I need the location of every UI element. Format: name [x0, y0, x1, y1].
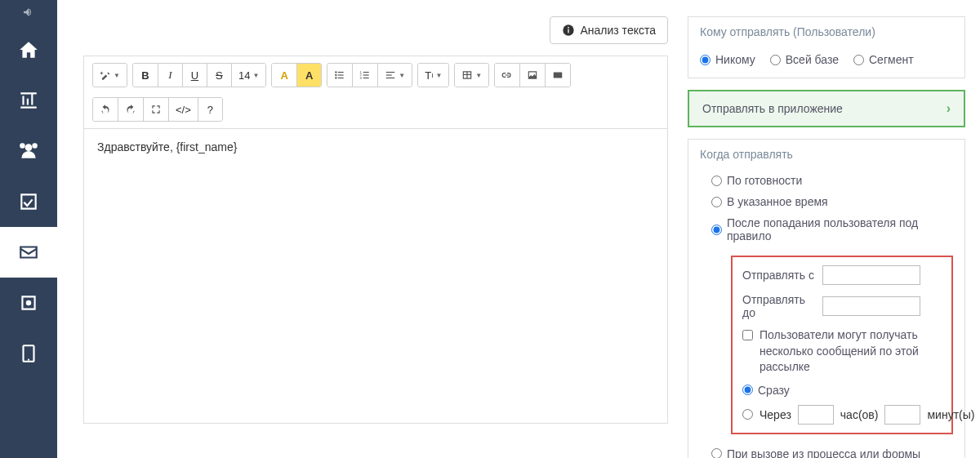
fullscreen-icon[interactable]: [143, 98, 168, 121]
info-icon: [562, 24, 575, 37]
nav-users-icon[interactable]: [0, 126, 57, 176]
rich-text-editor: ▼ B I U S 14▼ A A 123 ▼: [83, 56, 668, 424]
help-button[interactable]: ?: [198, 98, 222, 121]
editor-toolbar: ▼ B I U S 14▼ A A 123 ▼: [84, 56, 667, 129]
delay-hours-input[interactable]: [798, 405, 834, 425]
delay-minutes-input[interactable]: [884, 405, 920, 425]
strike-button[interactable]: S: [207, 64, 231, 87]
svg-rect-4: [338, 72, 344, 73]
send-from-label: Отправлять с: [742, 269, 816, 282]
svg-text:3: 3: [360, 76, 363, 80]
chevron-right-icon: ›: [947, 101, 951, 116]
nav-home-icon[interactable]: [0, 24, 57, 75]
svg-rect-17: [386, 78, 395, 78]
send-from-input[interactable]: [822, 265, 920, 285]
underline-button[interactable]: U: [182, 64, 207, 87]
multi-msg-checkbox[interactable]: [742, 330, 753, 340]
send-to-app-accordion[interactable]: Отправлять в приложение ›: [688, 90, 965, 127]
delayed-prefix: Через: [760, 408, 791, 421]
who-to-send-options: Никому Всей базе Сегмент: [700, 53, 953, 66]
when-to-send-panel: Когда отправлять По готовности В указанн…: [688, 139, 965, 458]
timing-immediate[interactable]: Сразу: [742, 384, 942, 397]
nav-chart-icon[interactable]: [0, 75, 57, 126]
timing-delayed[interactable]: Через час(ов) минут(ы): [742, 405, 942, 425]
when-option-rule[interactable]: После попадания пользователя под правило: [711, 216, 953, 242]
nav-mobile-icon[interactable]: [0, 328, 57, 379]
rule-sub-settings: Отправлять с Отправлять до Пользователи …: [731, 256, 953, 434]
when-option-process[interactable]: При вызове из процесса или формы: [711, 447, 953, 458]
nav-safe-icon[interactable]: [0, 278, 57, 328]
redo-icon[interactable]: [118, 98, 143, 121]
ul-icon[interactable]: [327, 64, 352, 87]
undo-icon[interactable]: [93, 98, 118, 121]
send-to-app-label: Отправлять в приложение: [702, 102, 843, 115]
font-size-select[interactable]: 14▼: [231, 64, 265, 87]
when-option-ready[interactable]: По готовности: [711, 174, 953, 187]
multi-msg-row: Пользователи могут получать несколько со…: [742, 327, 942, 376]
svg-rect-16: [386, 74, 392, 75]
svg-rect-15: [386, 72, 395, 73]
send-from-row: Отправлять с: [742, 265, 942, 285]
svg-rect-14: [363, 78, 369, 78]
timing-delayed-radio[interactable]: [742, 409, 753, 420]
send-to-label: Отправлять до: [742, 293, 816, 319]
delayed-minutes-suffix: минут(ы): [927, 408, 974, 421]
font-color-button[interactable]: A: [272, 64, 296, 87]
multi-msg-label: Пользователи могут получать несколько со…: [760, 327, 942, 376]
sidebar: [0, 0, 57, 458]
who-to-send-title: Кому отправлять (Пользователи): [688, 17, 964, 47]
analyze-text-label: Анализ текста: [580, 24, 656, 37]
magic-icon[interactable]: ▼: [93, 64, 127, 87]
align-icon[interactable]: ▼: [377, 64, 412, 87]
italic-button[interactable]: I: [158, 64, 182, 87]
send-to-row: Отправлять до: [742, 293, 942, 319]
svg-point-5: [335, 74, 336, 76]
link-icon[interactable]: [495, 64, 519, 87]
bold-button[interactable]: B: [133, 64, 158, 87]
nav-checkbox-icon[interactable]: [0, 176, 57, 227]
image-icon[interactable]: [519, 64, 545, 87]
who-to-send-panel: Кому отправлять (Пользователи) Никому Вс…: [688, 16, 965, 78]
delayed-hours-suffix: час(ов): [840, 408, 879, 421]
nav-sound-icon[interactable]: [0, 0, 57, 24]
heading-button[interactable]: TI▼: [418, 64, 448, 87]
nav-mail-icon[interactable]: [0, 227, 57, 278]
ol-icon[interactable]: 123: [352, 64, 377, 87]
table-icon[interactable]: ▼: [455, 64, 488, 87]
svg-rect-1: [568, 29, 569, 33]
svg-rect-12: [363, 74, 369, 75]
svg-point-2: [568, 27, 570, 29]
code-button[interactable]: </>: [168, 98, 198, 121]
video-icon[interactable]: [545, 64, 570, 87]
svg-point-3: [335, 71, 336, 73]
analyze-text-button[interactable]: Анализ текста: [550, 16, 668, 44]
who-option-segment[interactable]: Сегмент: [853, 53, 914, 66]
editor-content[interactable]: Здравствуйте, {first_name}: [84, 129, 667, 423]
who-option-all[interactable]: Всей базе: [770, 53, 839, 66]
when-to-send-title: Когда отправлять: [688, 140, 964, 169]
highlight-button[interactable]: A: [296, 64, 321, 87]
send-to-input[interactable]: [822, 296, 920, 316]
svg-rect-6: [338, 74, 344, 75]
svg-rect-10: [363, 72, 369, 73]
when-option-scheduled[interactable]: В указанное время: [711, 195, 953, 208]
svg-point-7: [335, 77, 336, 78]
svg-rect-8: [338, 78, 344, 78]
who-option-nobody[interactable]: Никому: [700, 53, 755, 66]
svg-rect-18: [554, 73, 563, 78]
